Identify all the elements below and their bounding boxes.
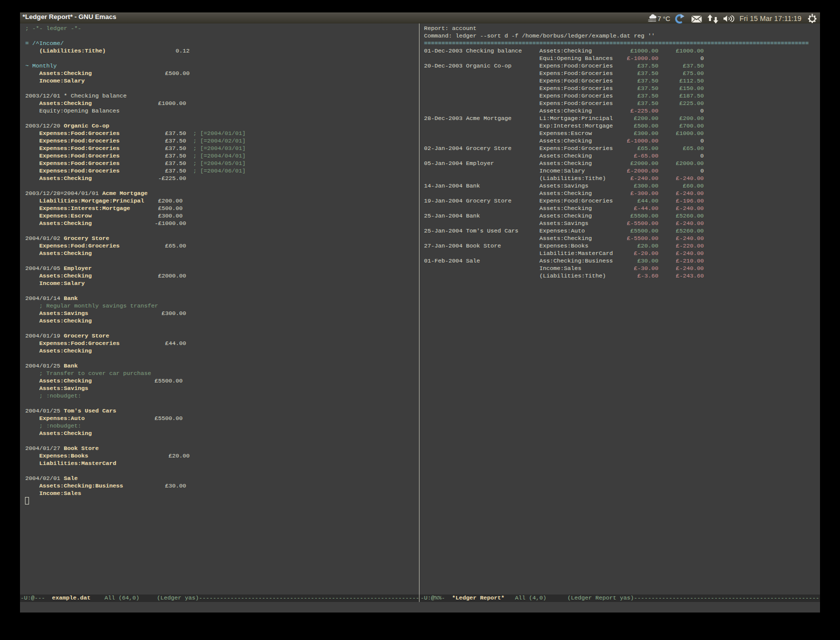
- svg-text:7 °C: 7 °C: [658, 15, 670, 22]
- svg-text:Fri 15 Mar 17:11:19: Fri 15 Mar 17:11:19: [740, 14, 802, 22]
